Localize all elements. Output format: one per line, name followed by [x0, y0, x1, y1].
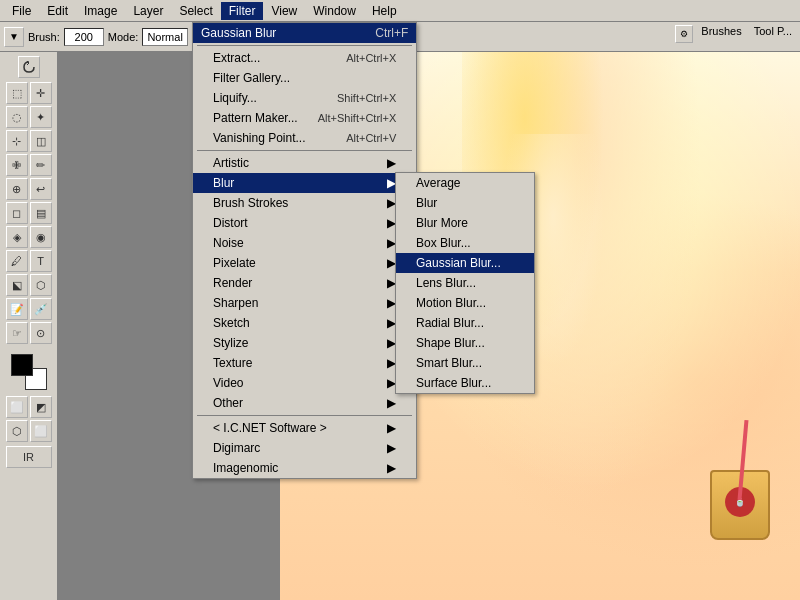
options-icon[interactable]: ⚙: [675, 25, 693, 43]
brush-icon[interactable]: ✏: [30, 154, 52, 176]
lasso-icon[interactable]: ◌: [6, 106, 28, 128]
filter-noise[interactable]: Noise ▶: [193, 233, 416, 253]
filter-menu: Gaussian Blur Ctrl+F Extract... Alt+Ctrl…: [192, 22, 417, 479]
blur-average[interactable]: Average: [396, 173, 534, 193]
filter-digimarc[interactable]: Digimarc ▶: [193, 438, 416, 458]
mode-value: Normal: [142, 28, 187, 46]
filter-stylize[interactable]: Stylize ▶: [193, 333, 416, 353]
zoom-icon[interactable]: ⊙: [30, 322, 52, 344]
blur-more[interactable]: Blur More: [396, 213, 534, 233]
filter-artistic[interactable]: Artistic ▶: [193, 153, 416, 173]
color-swatches: [4, 350, 53, 390]
clone-stamp-icon[interactable]: ⊕: [6, 178, 28, 200]
pen-icon[interactable]: 🖊: [6, 250, 28, 272]
menu-sep-2: [197, 150, 412, 151]
menu-filter[interactable]: Filter: [221, 2, 264, 20]
blur-icon[interactable]: ◈: [6, 226, 28, 248]
menu-layer[interactable]: Layer: [125, 2, 171, 20]
filter-texture[interactable]: Texture ▶: [193, 353, 416, 373]
filter-menu-top-item[interactable]: Gaussian Blur Ctrl+F: [193, 23, 416, 43]
brushes-panel-tab[interactable]: Brushes: [697, 25, 745, 43]
filter-imagenomic[interactable]: Imagenomic ▶: [193, 458, 416, 478]
tool-presets-tab[interactable]: Tool P...: [750, 25, 796, 43]
blur-motion[interactable]: Motion Blur...: [396, 293, 534, 313]
brush-tool-options: ▼ Brush: 200 Mode: Normal: [4, 27, 188, 47]
menu-sep-1: [197, 45, 412, 46]
filter-distort[interactable]: Distort ▶: [193, 213, 416, 233]
filter-top-label: Gaussian Blur: [201, 26, 276, 40]
filter-sharpen[interactable]: Sharpen ▶: [193, 293, 416, 313]
quick-mask-icon[interactable]: ◩: [30, 396, 52, 418]
filter-liquify[interactable]: Liquify... Shift+Ctrl+X: [193, 88, 416, 108]
filter-vanishing-point[interactable]: Vanishing Point... Alt+Ctrl+V: [193, 128, 416, 148]
path-selection-icon[interactable]: ⬕: [6, 274, 28, 296]
eyedropper-icon[interactable]: 💉: [30, 298, 52, 320]
history-brush-tool-icon[interactable]: ↩: [30, 178, 52, 200]
menu-image[interactable]: Image: [76, 2, 125, 20]
filter-extract[interactable]: Extract... Alt+Ctrl+X: [193, 48, 416, 68]
filter-pattern-maker[interactable]: Pattern Maker... Alt+Shift+Ctrl+X: [193, 108, 416, 128]
filter-icnet[interactable]: < I.C.NET Software > ▶: [193, 418, 416, 438]
slice-icon[interactable]: ◫: [30, 130, 52, 152]
text-icon[interactable]: T: [30, 250, 52, 272]
filter-render[interactable]: Render ▶: [193, 273, 416, 293]
filter-pixelate[interactable]: Pixelate ▶: [193, 253, 416, 273]
menu-file[interactable]: File: [4, 2, 39, 20]
menu-view[interactable]: View: [263, 2, 305, 20]
arrow-icon: ▶: [387, 156, 396, 170]
toolbox: ⬚ ✛ ◌ ✦ ⊹ ◫ ✙ ✏ ⊕ ↩ ◻ ▤ ◈ ◉ 🖊 T: [0, 52, 58, 600]
right-toolbar: ⚙ Brushes Tool P...: [675, 25, 796, 43]
digimarc-arrow-icon: ▶: [387, 441, 396, 455]
rectangular-marquee-icon[interactable]: ⬚: [6, 82, 28, 104]
notes-icon[interactable]: 📝: [6, 298, 28, 320]
blur-radial[interactable]: Radial Blur...: [396, 313, 534, 333]
filter-top-shortcut: Ctrl+F: [355, 26, 408, 40]
history-brush-icon[interactable]: [18, 56, 40, 78]
blur-blur[interactable]: Blur: [396, 193, 534, 213]
shape-icon[interactable]: ⬡: [30, 274, 52, 296]
blur-submenu: Average Blur Blur More Box Blur... Gauss…: [395, 172, 535, 394]
other-arrow-icon: ▶: [387, 396, 396, 410]
brush-size-display: 200: [64, 28, 104, 46]
blur-smart[interactable]: Smart Blur...: [396, 353, 534, 373]
hand-icon[interactable]: ☞: [6, 322, 28, 344]
crop-icon[interactable]: ⊹: [6, 130, 28, 152]
dodge-icon[interactable]: ◉: [30, 226, 52, 248]
jump-to-imageready-icon[interactable]: IR: [6, 446, 52, 468]
menu-select[interactable]: Select: [171, 2, 220, 20]
menu-help[interactable]: Help: [364, 2, 405, 20]
brush-preset-picker[interactable]: ▼: [4, 27, 24, 47]
standard-mode-icon[interactable]: ⬜: [6, 396, 28, 418]
blur-shape[interactable]: Shape Blur...: [396, 333, 534, 353]
mode-label: Mode:: [108, 31, 139, 43]
blur-surface[interactable]: Surface Blur...: [396, 373, 534, 393]
filter-sketch[interactable]: Sketch ▶: [193, 313, 416, 333]
brush-label: Brush:: [28, 31, 60, 43]
filter-other[interactable]: Other ▶: [193, 393, 416, 413]
magic-wand-icon[interactable]: ✦: [30, 106, 52, 128]
blur-box[interactable]: Box Blur...: [396, 233, 534, 253]
icnet-arrow-icon: ▶: [387, 421, 396, 435]
filter-gallery[interactable]: Filter Gallery...: [193, 68, 416, 88]
standard-screen-icon[interactable]: ⬡: [6, 420, 28, 442]
eraser-icon[interactable]: ◻: [6, 202, 28, 224]
move-icon[interactable]: ✛: [30, 82, 52, 104]
gradient-icon[interactable]: ▤: [30, 202, 52, 224]
healing-brush-icon[interactable]: ✙: [6, 154, 28, 176]
foreground-color-swatch[interactable]: [11, 354, 33, 376]
menu-edit[interactable]: Edit: [39, 2, 76, 20]
filter-blur[interactable]: Blur ▶: [193, 173, 416, 193]
brush-size-value: 200: [75, 31, 93, 43]
blur-lens[interactable]: Lens Blur...: [396, 273, 534, 293]
menubar: File Edit Image Layer Select Filter View…: [0, 0, 800, 22]
full-screen-icon[interactable]: ⬜: [30, 420, 52, 442]
filter-video[interactable]: Video ▶: [193, 373, 416, 393]
filter-brush-strokes[interactable]: Brush Strokes ▶: [193, 193, 416, 213]
foreground-background-swatch[interactable]: [11, 354, 47, 390]
menu-sep-3: [197, 415, 412, 416]
menu-window[interactable]: Window: [305, 2, 364, 20]
blur-gaussian[interactable]: Gaussian Blur...: [396, 253, 534, 273]
imagenomic-arrow-icon: ▶: [387, 461, 396, 475]
